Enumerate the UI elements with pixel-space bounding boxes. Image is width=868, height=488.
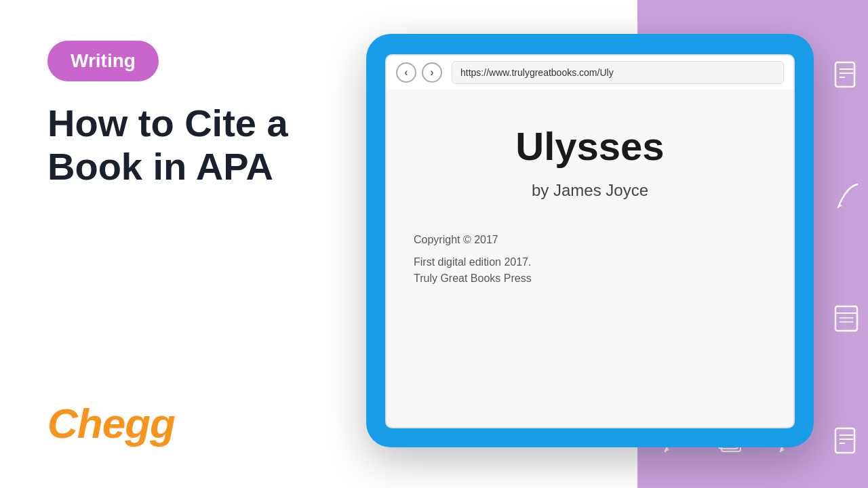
deco-icon-doc3 <box>831 60 861 89</box>
svg-rect-10 <box>835 62 854 87</box>
browser-mockup-section: ‹ › https://www.trulygreatbooks.com/Uly … <box>366 34 827 468</box>
browser-back-button[interactable]: ‹ <box>396 62 416 83</box>
book-author: by James Joyce <box>532 181 648 200</box>
deco-icon-doc6 <box>831 426 861 455</box>
chegg-logo: Chegg <box>47 399 393 447</box>
book-copyright: Copyright © 2017 <box>414 234 766 246</box>
page-title: How to Cite a Book in APA <box>47 102 393 189</box>
writing-badge: Writing <box>47 41 159 81</box>
svg-rect-33 <box>835 306 857 331</box>
deco-icon-quill2 <box>833 182 860 211</box>
svg-rect-41 <box>835 428 854 453</box>
deco-icon-lined-doc2 <box>831 304 861 333</box>
book-title: Ulysses <box>515 123 664 169</box>
book-edition: First digital edition 2017. Truly Great … <box>414 254 766 287</box>
browser-address-bar[interactable]: https://www.trulygreatbooks.com/Uly <box>452 61 784 84</box>
browser-forward-button[interactable]: › <box>422 62 442 83</box>
device-frame: ‹ › https://www.trulygreatbooks.com/Uly … <box>366 34 814 447</box>
browser-nav-buttons: ‹ › <box>387 62 452 83</box>
browser-chrome-bar: ‹ › https://www.trulygreatbooks.com/Uly <box>385 54 795 89</box>
browser-content-area: Ulysses by James Joyce Copyright © 2017 … <box>385 89 795 428</box>
